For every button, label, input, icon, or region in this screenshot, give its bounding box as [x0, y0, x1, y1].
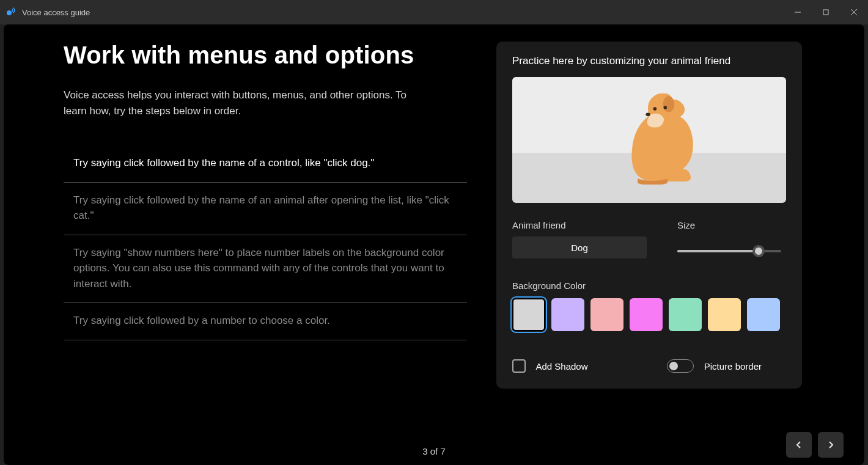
add-shadow-control[interactable]: Add Shadow	[512, 359, 588, 373]
animal-label: Animal friend	[512, 220, 647, 230]
color-swatch-6[interactable]	[708, 298, 741, 331]
add-shadow-label: Add Shadow	[535, 361, 587, 372]
prev-button[interactable]	[786, 432, 812, 458]
page-counter: 3 of 7	[422, 446, 446, 456]
chevron-right-icon	[826, 441, 835, 449]
step-item-3[interactable]: Try saying "show numbers here" to place …	[64, 235, 467, 304]
step-item-1[interactable]: Try saying click followed by the name of…	[64, 145, 467, 183]
titlebar: Voice access guide	[0, 0, 868, 24]
voice-access-icon	[6, 7, 16, 17]
page-title: Work with menus and options	[64, 42, 467, 69]
practice-heading: Practice here by customizing your animal…	[512, 55, 786, 67]
size-slider-thumb[interactable]	[752, 245, 765, 257]
color-swatch-1[interactable]	[512, 298, 545, 331]
add-shadow-checkbox[interactable]	[512, 359, 526, 373]
close-button[interactable]	[840, 0, 868, 24]
step-list: Try saying click followed by the name of…	[64, 145, 467, 340]
page: Work with menus and options Voice access…	[4, 24, 864, 465]
svg-point-6	[653, 107, 657, 111]
picture-border-control[interactable]: Picture border	[667, 359, 762, 373]
animal-preview	[512, 77, 786, 203]
window-title: Voice access guide	[22, 8, 90, 17]
instructions-panel: Work with menus and options Voice access…	[64, 42, 467, 453]
color-swatch-5[interactable]	[669, 298, 702, 331]
svg-point-0	[7, 10, 12, 15]
svg-point-8	[645, 113, 650, 117]
bg-color-label: Background Color	[512, 280, 786, 291]
practice-panel: Practice here by customizing your animal…	[496, 42, 842, 453]
size-label: Size	[677, 220, 781, 230]
svg-rect-2	[823, 10, 828, 15]
size-slider-group: Size	[677, 220, 781, 258]
step-item-2[interactable]: Try saying click followed by the name of…	[64, 183, 467, 235]
maximize-button[interactable]	[812, 0, 840, 24]
next-button[interactable]	[818, 432, 844, 458]
practice-card: Practice here by customizing your animal…	[496, 42, 802, 389]
picture-border-label: Picture border	[704, 361, 762, 372]
size-slider[interactable]	[677, 250, 781, 252]
color-swatch-4[interactable]	[630, 298, 663, 331]
color-swatch-2[interactable]	[551, 298, 584, 331]
svg-point-7	[663, 106, 667, 109]
minimize-button[interactable]	[784, 0, 812, 24]
size-slider-fill	[677, 250, 759, 252]
chevron-left-icon	[795, 441, 803, 449]
intro-text: Voice access helps you interact with but…	[64, 87, 430, 119]
color-swatch-7[interactable]	[747, 298, 780, 331]
color-swatch-3[interactable]	[590, 298, 623, 331]
picture-border-toggle[interactable]	[667, 359, 694, 373]
color-swatches	[512, 298, 786, 331]
step-item-4[interactable]: Try saying click followed by a number to…	[64, 303, 467, 340]
animal-select-group: Animal friend Dog	[512, 220, 647, 258]
animal-dropdown[interactable]: Dog	[512, 236, 647, 258]
svg-point-5	[663, 96, 675, 112]
dog-icon	[603, 87, 695, 185]
